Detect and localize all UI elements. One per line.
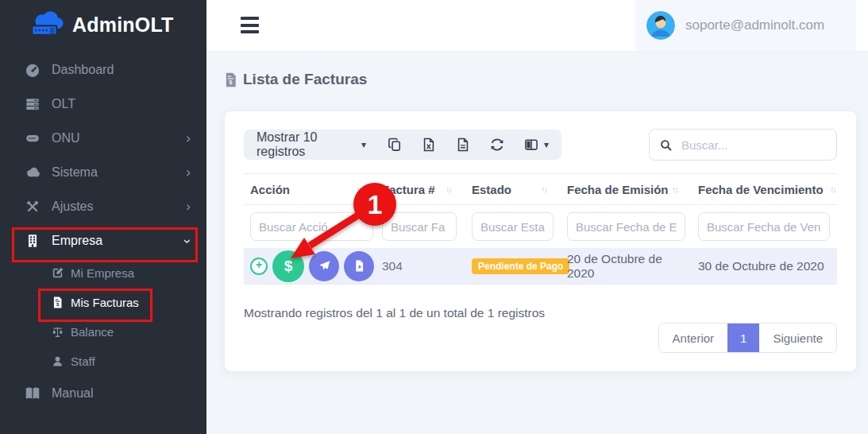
sort-icon: ↑↓ [356, 184, 361, 194]
paper-plane-icon [318, 259, 331, 273]
sidebar-item-manual[interactable]: Manual [0, 376, 206, 410]
sort-icon: ↑↓ [672, 184, 677, 194]
caret-down-icon: ▾ [361, 139, 366, 150]
table-toolbar: Mostrar 10 registros ▾ [244, 130, 561, 160]
sidebar-item-label: Sistema [52, 165, 98, 180]
chevron-down-icon: › [182, 238, 195, 243]
export-buttons: ▾ [387, 137, 549, 153]
page-title: $ Lista de Facturas [225, 71, 367, 88]
sidebar-item-balance[interactable]: Balance [0, 317, 206, 347]
tools-icon [24, 198, 41, 215]
pay-button[interactable]: $ [272, 250, 304, 282]
filter-fecha-vencimiento-input[interactable] [698, 212, 830, 241]
sidebar-item-label: Ajustes [52, 200, 93, 214]
invoice-icon: $ [225, 72, 237, 87]
user-icon [51, 355, 64, 368]
column-header-factura[interactable]: Factura # ↑↓ [376, 183, 465, 196]
sort-icon: ↑↓ [541, 184, 546, 194]
pagination-next[interactable]: Siguiente [759, 324, 836, 352]
sort-icon: ↑↓ [446, 184, 451, 194]
sidebar-item-label: Manual [52, 386, 93, 401]
refresh-icon[interactable] [489, 137, 505, 153]
device-icon [24, 130, 41, 147]
cell-factura: 304 [376, 259, 465, 273]
chevron-right-icon: › [186, 131, 191, 145]
cell-fecha-emision: 20 de Octubre de 2020 [561, 252, 692, 281]
sidebar-item-label: Balance [71, 325, 114, 339]
caret-down-icon: ▾ [544, 139, 549, 150]
filter-accion-input[interactable] [250, 212, 373, 241]
sidebar-item-label: Mis Facturas [71, 296, 139, 309]
column-visibility-button[interactable]: ▾ [523, 137, 549, 153]
chevron-right-icon: › [186, 165, 191, 179]
filter-fecha-emision-input[interactable] [567, 212, 685, 241]
sort-icon: ↑↓ [830, 184, 835, 194]
sidebar: AdminOLT Dashboard [0, 0, 206, 434]
main-content: $ Lista de Facturas Mostrar 10 registros… [206, 52, 868, 434]
sidebar-item-mi-empresa[interactable]: Mi Empresa [0, 258, 206, 288]
pagination-previous[interactable]: Anterior [659, 324, 728, 352]
column-header-accion[interactable]: Acción ↑↓ [244, 183, 376, 196]
filter-factura-input[interactable] [382, 212, 457, 241]
sidebar-item-sistema[interactable]: Sistema › [0, 155, 206, 189]
send-button[interactable] [309, 251, 339, 281]
chevron-right-icon: › [186, 200, 191, 213]
hamburger-icon [241, 17, 259, 20]
show-entries-label: Mostrar 10 registros [257, 130, 356, 159]
sidebar-item-staff[interactable]: Staff [0, 347, 206, 376]
add-button[interactable]: + [250, 258, 268, 275]
search-icon [659, 138, 673, 152]
brand-link[interactable]: AdminOLT [0, 0, 206, 39]
tachometer-icon [24, 61, 41, 79]
brand-cloud-icon [29, 10, 65, 39]
sidebar-item-ajustes[interactable]: Ajustes › [0, 189, 206, 223]
show-entries-dropdown[interactable]: Mostrar 10 registros ▾ [257, 130, 366, 159]
edit-icon [51, 266, 64, 280]
sidebar-item-label: ONU [52, 131, 80, 145]
sidebar-item-label: OLT [52, 97, 75, 111]
sidebar-toggle-button[interactable] [241, 17, 259, 33]
facturas-card: Mostrar 10 registros ▾ [225, 111, 856, 371]
sidebar-item-label: Empresa [52, 234, 102, 248]
file-icon[interactable] [455, 137, 471, 153]
server-icon [24, 95, 41, 113]
table-info: Mostrando registros del 1 al 1 de un tot… [244, 306, 545, 320]
copy-icon[interactable] [387, 137, 403, 153]
column-header-fecha-emision[interactable]: Fecha de Emisión ↑↓ [561, 183, 692, 196]
table-row: + $ 304 [244, 248, 837, 285]
sidebar-item-olt[interactable]: OLT [0, 87, 206, 121]
sidebar-item-label: Dashboard [52, 63, 114, 77]
columns-icon [523, 137, 539, 153]
filter-estado-input[interactable] [472, 212, 554, 241]
column-header-estado[interactable]: Estado ↑↓ [465, 183, 561, 196]
sidebar-item-empresa[interactable]: Empresa › [0, 223, 206, 258]
top-bar: soporte@adminolt.com [206, 0, 868, 52]
cell-estado: Pendiente de Pago [465, 258, 561, 274]
app-window: AdminOLT Dashboard [0, 0, 868, 434]
invoice-icon: $ [51, 296, 64, 309]
table-filter-row [244, 205, 837, 248]
sidebar-item-dashboard[interactable]: Dashboard [0, 52, 206, 87]
column-header-fecha-vencimiento[interactable]: Fecha de Vencimiento ↑↓ [692, 183, 837, 196]
sidebar-item-onu[interactable]: ONU › [0, 121, 206, 155]
excel-icon[interactable] [421, 137, 437, 153]
sidebar-item-label: Staff [71, 355, 95, 368]
scales-icon [51, 325, 64, 339]
user-email: soporte@adminolt.com [685, 17, 824, 33]
row-actions: + $ [244, 250, 376, 282]
search-input[interactable] [680, 138, 827, 153]
file-pdf-icon [353, 259, 366, 273]
page-title-text: Lista de Facturas [243, 71, 367, 88]
table-header-row: Acción ↑↓ Factura # ↑↓ Estado ↑↓ Fecha d… [244, 173, 837, 205]
brand-name: AdminOLT [72, 14, 174, 37]
sidebar-item-mis-facturas[interactable]: $ Mis Facturas [0, 288, 206, 317]
pagination-page-1[interactable]: 1 [727, 324, 759, 352]
pagination: Anterior 1 Siguiente [658, 323, 837, 353]
status-badge: Pendiente de Pago [472, 258, 569, 274]
pdf-button[interactable] [344, 251, 374, 281]
table-search [649, 129, 837, 161]
user-menu[interactable]: soporte@adminolt.com [635, 0, 856, 51]
building-icon [24, 232, 41, 250]
book-icon [24, 385, 41, 402]
cloud-icon [24, 164, 41, 181]
